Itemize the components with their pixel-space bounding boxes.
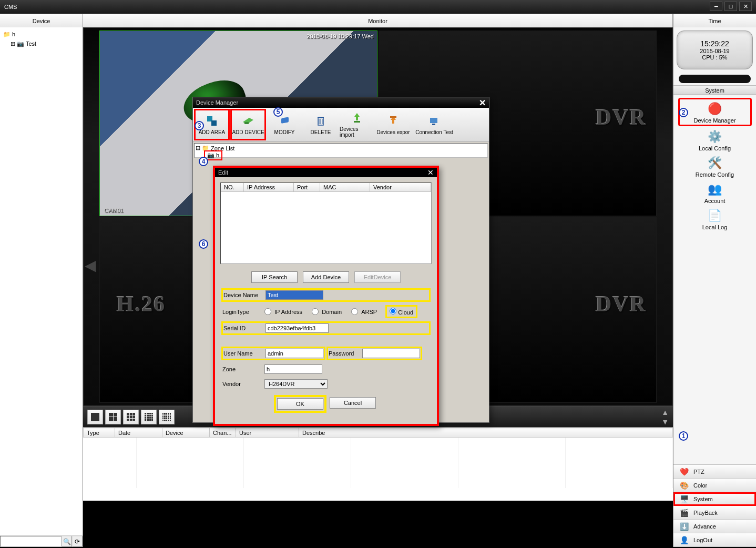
refresh-button[interactable]: ⟳ <box>72 536 83 547</box>
badge-3: 3 <box>195 121 204 130</box>
color-icon: 🎨 <box>679 481 689 490</box>
playback-icon: 🎬 <box>679 509 689 517</box>
arrow-down-icon: ▼ <box>661 418 669 426</box>
edit-title: Edit <box>218 169 228 176</box>
view-2x2-button[interactable] <box>105 410 121 424</box>
log-col-type[interactable]: Type <box>84 428 115 438</box>
expand-icon[interactable]: ⊞ <box>11 40 15 47</box>
log-col-describe[interactable]: Describe <box>299 428 673 438</box>
search-input[interactable] <box>0 536 62 547</box>
col-ip[interactable]: IP Address <box>244 183 294 191</box>
log-col-date[interactable]: Date <box>115 428 162 438</box>
view-5x5-button[interactable] <box>159 410 175 424</box>
delete-button[interactable]: DELETE <box>303 109 339 140</box>
dvr-watermark: DVR <box>596 105 647 130</box>
local-config-icon: ⚙️ <box>706 128 724 145</box>
system-panel-title: System <box>673 85 756 95</box>
tree-child[interactable]: ⊞ 📷 Test <box>11 39 79 48</box>
col-no[interactable]: NO. <box>221 183 244 191</box>
col-vendor[interactable]: Vendor <box>370 183 431 191</box>
password-input[interactable] <box>362 349 420 358</box>
local-config-button[interactable]: ⚙️ Local Config <box>678 127 752 153</box>
window-close-button[interactable]: ✕ <box>739 2 752 11</box>
account-button[interactable]: 👥 Account <box>678 180 752 205</box>
edit-device-button: EditDevice <box>354 271 401 283</box>
tree-root[interactable]: 📁 h <box>3 29 79 39</box>
svg-rect-4 <box>281 117 289 123</box>
device-tree[interactable]: 📁 h ⊞ 📷 Test <box>0 27 83 535</box>
delete-icon <box>313 115 328 127</box>
badge-2: 2 <box>679 108 688 117</box>
logout-icon: 👤 <box>679 536 689 544</box>
view-scroll[interactable]: ▲▼ <box>661 408 669 426</box>
radio-cloud[interactable] <box>390 308 396 314</box>
svg-rect-10 <box>354 121 360 123</box>
svg-rect-3 <box>244 122 249 124</box>
local-log-button[interactable]: 📄 Local Log <box>678 206 752 231</box>
tree-child-label: Test <box>26 40 36 47</box>
menu-color[interactable]: 🎨Color <box>673 479 756 492</box>
import-icon <box>350 111 364 124</box>
zone-icon: 📁 <box>202 145 209 151</box>
edit-titlebar[interactable]: Edit ✕ <box>215 168 437 177</box>
remote-config-icon: 🛠️ <box>706 155 724 171</box>
add-device-button[interactable]: ADD DEVICE <box>230 109 266 140</box>
modify-button[interactable]: MODIFY <box>267 109 302 140</box>
remote-config-button[interactable]: 🛠️ Remote Config <box>678 154 752 179</box>
svg-rect-12 <box>430 118 437 123</box>
arrow-up-icon: ▲ <box>661 408 669 417</box>
search-button[interactable]: 🔍 <box>62 536 72 547</box>
radio-domain[interactable] <box>312 308 319 315</box>
status-pill <box>679 75 751 83</box>
user-input[interactable] <box>265 349 323 358</box>
zone-list-node[interactable]: ⊟ 📁 Zone List <box>196 145 486 151</box>
menu-ptz[interactable]: ❤️PTZ <box>673 465 756 479</box>
device-list[interactable]: NO. IP Address Port MAC Vendor <box>220 182 432 264</box>
device-manager-tree[interactable]: ⊟ 📁 Zone List 📷 h <box>194 143 488 158</box>
menu-playback[interactable]: 🎬PlayBack <box>673 506 756 520</box>
device-manager-titlebar[interactable]: Device Manager ✕ <box>193 97 489 108</box>
log-col-channel[interactable]: Chan... <box>210 428 236 438</box>
label-device-name: Device Name <box>223 292 262 298</box>
device-manager-button[interactable]: 🔴 Device Manager <box>678 98 752 126</box>
devices-export-button[interactable]: Devices expor <box>375 109 411 140</box>
badge-5: 5 <box>273 107 283 117</box>
tree-expand-icon: ⊟ <box>196 145 200 151</box>
radio-ip[interactable] <box>264 308 271 315</box>
header-tab-time: Time <box>673 14 756 27</box>
radio-arsp[interactable] <box>351 308 358 315</box>
device-manager-label: Device Manager <box>693 117 735 124</box>
nav-left-button[interactable]: ◀ <box>85 257 96 274</box>
menu-logout[interactable]: 👤LogOut <box>673 533 756 547</box>
view-3x3-button[interactable] <box>123 410 139 424</box>
log-col-user[interactable]: User <box>236 428 299 438</box>
connection-test-button[interactable]: Connection Test <box>412 109 457 140</box>
h264-watermark: H.26 <box>117 291 166 317</box>
label-serial: Serial ID <box>223 325 262 331</box>
serial-input[interactable] <box>265 323 329 333</box>
device-name-input[interactable] <box>265 290 323 300</box>
log-col-device[interactable]: Device <box>162 428 210 438</box>
ok-button[interactable]: OK <box>277 398 323 410</box>
zone-item-h[interactable]: 📷 h <box>205 151 486 159</box>
devices-import-button[interactable]: Devices import <box>339 109 375 140</box>
menu-system[interactable]: 🖥️System <box>673 492 756 506</box>
log-body[interactable] <box>83 438 673 500</box>
vendor-select[interactable]: H264DVR <box>264 379 328 389</box>
menu-advance[interactable]: ⬇️Advance <box>673 520 756 533</box>
export-icon <box>386 115 401 127</box>
view-4x4-button[interactable] <box>141 410 157 424</box>
account-icon: 👥 <box>706 181 724 198</box>
add-device-sub-button[interactable]: Add Device <box>303 271 349 283</box>
edit-close-button[interactable]: ✕ <box>427 168 434 177</box>
svg-rect-9 <box>318 117 324 118</box>
device-manager-close-button[interactable]: ✕ <box>479 98 486 108</box>
ptz-icon: ❤️ <box>679 468 689 476</box>
window-minimize-button[interactable]: ━ <box>710 2 722 11</box>
col-mac[interactable]: MAC <box>320 183 370 191</box>
window-maximize-button[interactable]: □ <box>724 2 737 11</box>
ip-search-button[interactable]: IP Search <box>251 271 298 283</box>
col-port[interactable]: Port <box>294 183 320 191</box>
view-1x1-button[interactable] <box>87 410 103 424</box>
cancel-button[interactable]: Cancel <box>330 397 376 409</box>
